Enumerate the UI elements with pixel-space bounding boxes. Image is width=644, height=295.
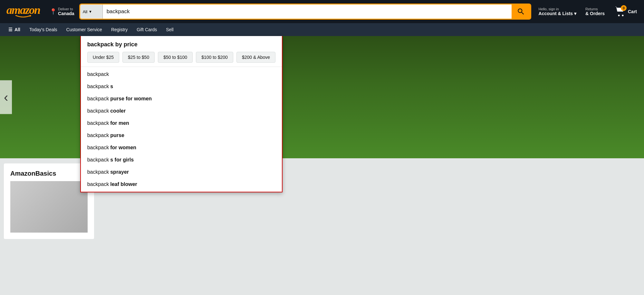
price-pill-200-above[interactable]: $200 & Above (236, 52, 275, 63)
nav-gift-cards-label: Gift Cards (137, 27, 157, 32)
chevron-down-icon: ▼ (89, 10, 92, 14)
suggestion-5-bold: purse (110, 133, 124, 138)
suggestion-2-base: backpack (87, 96, 109, 102)
price-pill-100-200-label: $100 to $200 (201, 55, 228, 60)
price-pills-container: Under $25 $25 to $50 $50 to $100 $100 to… (87, 52, 276, 63)
cart-label: Cart (628, 9, 637, 14)
suggestion-3-bold: cooler (110, 108, 126, 114)
search-dropdown: backpack by price Under $25 $25 to $50 $… (80, 36, 283, 192)
suggestion-backpack-cooler[interactable]: backpack cooler (81, 105, 282, 117)
nav-bar: ☰ All Today's Deals Customer Service Reg… (0, 23, 644, 36)
cart-count: 0 (621, 5, 627, 11)
nav-customer-service[interactable]: Customer Service (62, 24, 107, 35)
suggestion-8-bold: sprayer (110, 169, 129, 175)
price-pill-under-25[interactable]: Under $25 (87, 52, 119, 63)
price-pill-under-25-label: Under $25 (93, 55, 114, 60)
all-label: All (14, 27, 20, 32)
price-pill-50-100[interactable]: $50 to $100 (158, 52, 193, 63)
suggestion-backpack-purse-women[interactable]: backpack purse for women (81, 93, 282, 105)
deliver-country: Canada (58, 11, 74, 16)
amazon-logo-link[interactable]: amazon (4, 2, 43, 21)
suggestion-backpack-for-women[interactable]: backpack for women (81, 142, 282, 154)
nav-todays-deals[interactable]: Today's Deals (25, 24, 62, 35)
deliver-to-button[interactable]: 📍 Deliver to Canada (46, 5, 78, 18)
suggestion-3-base: backpack (87, 108, 109, 114)
suggestion-6-base: backpack (87, 145, 109, 151)
suggestion-9-base: backpack (87, 181, 109, 187)
suggestion-8-base: backpack (87, 169, 109, 175)
suggestion-7-bold: s for girls (110, 157, 134, 163)
svg-point-2 (622, 15, 623, 16)
suggestion-6-bold: for women (110, 145, 136, 151)
main-content: ‹ AmazonBasics backpack by price Under $… (0, 36, 644, 244)
search-category-select[interactable]: All ▼ (80, 5, 103, 19)
nav-sell-label: Sell (166, 27, 173, 32)
chevron-left-icon: ‹ (4, 90, 8, 104)
account-button[interactable]: Hello, sign in Account & Lists ▾ (535, 5, 580, 18)
suggestion-2-bold: purse for women (110, 96, 152, 102)
suggestion-4-base: backpack (87, 120, 109, 126)
nav-todays-deals-label: Today's Deals (29, 27, 57, 32)
by-price-section: backpack by price Under $25 $25 to $50 $… (81, 36, 282, 67)
nav-all-button[interactable]: ☰ All (4, 24, 25, 35)
suggestion-0-base: backpack (87, 71, 109, 77)
suggestion-backpacks[interactable]: backpacks (81, 80, 282, 93)
svg-point-1 (618, 15, 620, 16)
by-price-query: backpack (87, 41, 114, 48)
suggestion-backpack-leaf-blower[interactable]: backpack leaf blower (81, 178, 282, 190)
nav-registry-label: Registry (111, 27, 128, 32)
suggestion-5-base: backpack (87, 133, 109, 138)
carousel-prev-button[interactable]: ‹ (0, 80, 12, 114)
by-price-suffix: by price (114, 41, 138, 48)
suggestion-backpacks-for-girls[interactable]: backpacks for girls (81, 154, 282, 166)
price-pill-100-200[interactable]: $100 to $200 (196, 52, 233, 63)
suggestion-4-bold: for men (110, 120, 129, 126)
price-pill-25-50-label: $25 to $50 (128, 55, 149, 60)
by-price-title: backpack by price (87, 41, 276, 48)
cart-button[interactable]: 0 Cart (610, 3, 640, 20)
suggestion-backpack[interactable]: backpack (81, 68, 282, 80)
suggestion-backpack-sprayer[interactable]: backpack sprayer (81, 166, 282, 178)
price-pill-25-50[interactable]: $25 to $50 (122, 52, 155, 63)
hamburger-icon: ☰ (8, 27, 13, 32)
suggestion-1-bold: s (110, 84, 113, 89)
search-button[interactable] (512, 5, 530, 19)
suggestions-list: backpack backpacks backpack purse for wo… (81, 67, 282, 192)
nav-customer-service-label: Customer Service (66, 27, 102, 32)
nav-gift-cards[interactable]: Gift Cards (132, 24, 161, 35)
amazonbasics-title: AmazonBasics (10, 170, 88, 177)
nav-sell[interactable]: Sell (161, 24, 178, 35)
suggestion-7-base: backpack (87, 157, 109, 163)
returns-orders-button[interactable]: Returns & Orders (582, 5, 608, 18)
location-icon: 📍 (50, 8, 57, 15)
category-label: All (83, 9, 87, 14)
header: amazon 📍 Deliver to Canada All ▼ (0, 0, 644, 23)
price-pill-50-100-label: $50 to $100 (163, 55, 187, 60)
deliver-to-label: Deliver to (58, 7, 74, 11)
search-input[interactable] (103, 5, 512, 19)
suggestion-1-base: backpack (87, 84, 109, 89)
suggestion-backpack-purse[interactable]: backpack purse (81, 129, 282, 142)
amazon-logo-text: amazon (6, 4, 40, 16)
nav-registry[interactable]: Registry (107, 24, 132, 35)
price-pill-200-above-label: $200 & Above (242, 55, 270, 60)
search-bar: All ▼ (80, 5, 530, 19)
suggestion-9-bold: leaf blower (110, 181, 137, 187)
search-icon (517, 7, 525, 16)
suggestion-backpack-for-men[interactable]: backpack for men (81, 117, 282, 129)
amazonbasics-image (10, 181, 88, 233)
